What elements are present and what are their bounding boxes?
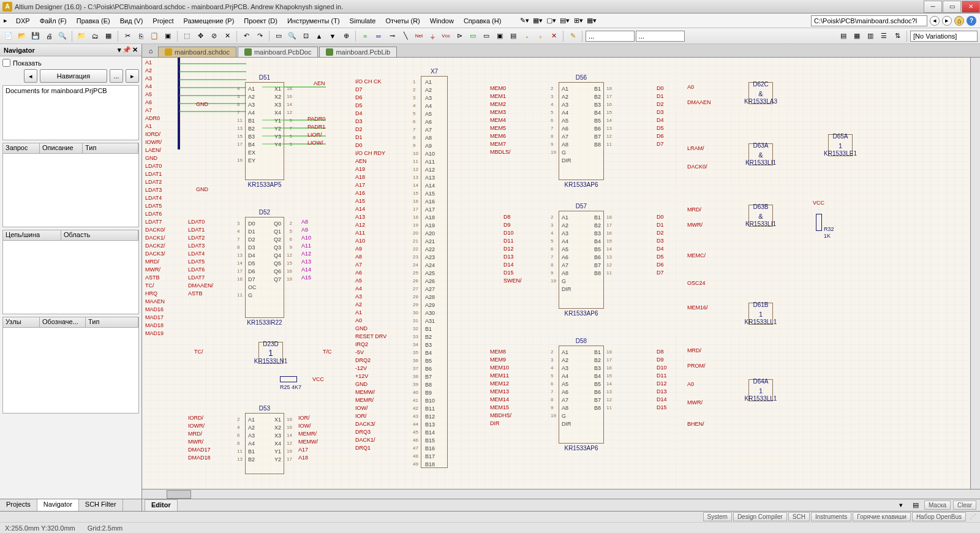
filter-combo-1[interactable]: ... bbox=[586, 31, 635, 42]
close-button[interactable]: ✕ bbox=[962, 1, 980, 13]
place-netlabel-icon[interactable]: Net bbox=[413, 30, 425, 42]
sort-icon[interactable]: ⇅ bbox=[891, 30, 903, 42]
clear-select-icon[interactable]: ✕ bbox=[221, 30, 233, 42]
preview-icon[interactable]: 🔍 bbox=[56, 30, 69, 42]
tab-home-icon[interactable]: ⌂ bbox=[145, 45, 157, 57]
menu-dxp[interactable]: DXP bbox=[11, 16, 35, 26]
mask-levels-icon[interactable]: ▤ bbox=[910, 499, 922, 512]
component-d62c[interactable]: & D62C KR1533LA3 bbox=[748, 82, 773, 104]
component-d57[interactable]: D57 KR1533AP6 A12B118A23B217A34B316A45B4… bbox=[559, 211, 604, 309]
move-icon[interactable]: ✥ bbox=[194, 30, 206, 42]
help-icon[interactable]: ? bbox=[967, 16, 976, 26]
redo-icon[interactable]: ↷ bbox=[254, 30, 266, 42]
zoom-fit-icon[interactable]: ▭ bbox=[273, 30, 285, 42]
undo-icon[interactable]: ↶ bbox=[240, 30, 252, 42]
browse-icon[interactable]: 🗂 bbox=[89, 30, 101, 42]
hierarchy-down-icon[interactable]: ▼ bbox=[326, 30, 339, 42]
deselect-icon[interactable]: ⊘ bbox=[208, 30, 220, 42]
menu-project[interactable]: Project bbox=[148, 16, 178, 26]
hdr-desig[interactable]: Обозначе... bbox=[40, 317, 86, 327]
menu-window[interactable]: Window bbox=[425, 16, 459, 26]
place-bus-icon[interactable]: ═ bbox=[372, 30, 385, 42]
hdr-net[interactable]: Цепь/шина bbox=[3, 230, 61, 240]
hdr-ntype[interactable]: Тип bbox=[86, 317, 138, 327]
status-openbus[interactable]: Набор OpenBus bbox=[912, 512, 966, 521]
tab-schfilter[interactable]: SCH Filter bbox=[79, 499, 123, 511]
zoom-area-icon[interactable]: 🔍 bbox=[286, 30, 298, 42]
navigation-button[interactable]: Навигация bbox=[40, 69, 107, 83]
cross-probe-icon[interactable]: ⊕ bbox=[340, 30, 352, 42]
component-d65a[interactable]: 1 D65A KR1533LE1 bbox=[828, 134, 853, 156]
save-icon[interactable]: 💾 bbox=[29, 30, 42, 42]
component-d53[interactable]: D53 A12X118A24X216A36X314A48X412B111Y119… bbox=[245, 413, 284, 474]
paste-icon[interactable]: 📋 bbox=[148, 30, 160, 42]
status-instruments[interactable]: Instruments bbox=[811, 512, 851, 521]
status-sch[interactable]: SCH bbox=[788, 512, 810, 521]
schematic-canvas[interactable]: A1A2A3A4A5A6A7ADR0A1IORD/IOWR/LAEN/GNDLD… bbox=[142, 58, 970, 489]
copy-icon[interactable]: ⎘ bbox=[135, 30, 147, 42]
scroll-thumb[interactable] bbox=[167, 490, 191, 499]
place-sheet-icon[interactable]: ▭ bbox=[467, 30, 479, 42]
menu-reports[interactable]: Отчеты (R) bbox=[380, 16, 424, 26]
mask-config-icon[interactable]: ▾ bbox=[895, 499, 907, 512]
component-d63b[interactable]: & D63B KR1533LI1 bbox=[748, 205, 773, 227]
address-input[interactable] bbox=[811, 15, 927, 26]
nav-back-icon[interactable]: ◂ bbox=[930, 16, 940, 26]
nav-tool-icon[interactable]: ⊞▾ bbox=[572, 15, 584, 27]
hierarchy-up-icon[interactable]: ▲ bbox=[313, 30, 325, 42]
nets-grid[interactable] bbox=[2, 241, 139, 314]
menu-file[interactable]: Файл (F) bbox=[35, 16, 72, 26]
maximize-button[interactable]: ▭ bbox=[943, 1, 961, 13]
place-offsheet-icon[interactable]: ⬨ bbox=[534, 30, 546, 42]
menu-tools[interactable]: Инструменты (T) bbox=[282, 16, 345, 26]
menu-place[interactable]: Размещение (P) bbox=[179, 16, 239, 26]
place-vcc-icon[interactable]: Vcc bbox=[440, 30, 452, 42]
place-signal-icon[interactable]: ⊸ bbox=[386, 30, 398, 42]
menu-edit[interactable]: Правка (E) bbox=[72, 16, 115, 26]
doc-tab-schdoc[interactable]: mainboard.schdoc bbox=[158, 47, 236, 57]
place-part-icon[interactable]: ⊳ bbox=[453, 30, 466, 42]
menu-view[interactable]: Вид (V) bbox=[115, 16, 148, 26]
component-d23d[interactable]: 1 D23D KR1533LN1 bbox=[258, 342, 283, 364]
tab-projects[interactable]: Projects bbox=[0, 499, 37, 511]
component-d58[interactable]: D58 KR1533AP6 A12B118A23B217A34B316A45B4… bbox=[559, 346, 604, 444]
status-design-compiler[interactable]: Design Compiler bbox=[733, 512, 787, 521]
component-d51[interactable]: D51 KR1533AP5 A14X118A23X216A38X314A47X4… bbox=[245, 82, 284, 180]
status-system[interactable]: System bbox=[703, 512, 732, 521]
status-hotkeys[interactable]: Горячие клавиши bbox=[853, 512, 911, 521]
component-d63a[interactable]: & D63A KR1533LI1 bbox=[748, 143, 773, 165]
panel-close-icon[interactable]: ✕ bbox=[132, 46, 138, 54]
panel-pin-icon[interactable]: 📌 bbox=[123, 46, 131, 54]
place-power-icon[interactable]: ⏚ bbox=[426, 30, 439, 42]
editor-tab[interactable]: Editor bbox=[145, 499, 178, 511]
stamp-icon[interactable]: ▣ bbox=[162, 30, 174, 42]
nav-home-icon[interactable]: ⌂ bbox=[954, 16, 964, 26]
map-icon[interactable]: ▥ bbox=[864, 30, 876, 42]
query-grid[interactable] bbox=[2, 154, 139, 227]
grid-tool-icon[interactable]: ▦▾ bbox=[586, 15, 598, 27]
hdr-query[interactable]: Запрос bbox=[3, 143, 40, 153]
place-harness-icon[interactable]: ▤ bbox=[507, 30, 519, 42]
zoom-select-icon[interactable]: ⊡ bbox=[300, 30, 312, 42]
select-inside-icon[interactable]: ⬚ bbox=[181, 30, 193, 42]
place-sheetentry-icon[interactable]: ▭ bbox=[480, 30, 492, 42]
place-wire-icon[interactable]: ≈ bbox=[359, 30, 371, 42]
component-d64a[interactable]: 1 D64A KR1533LL1 bbox=[748, 379, 773, 401]
component-x7[interactable]: X7 A11A22A33A44A55A66A77A88A99A1010A1111… bbox=[421, 76, 448, 468]
place-device-icon[interactable]: ▣ bbox=[494, 30, 506, 42]
open-file-icon[interactable]: 📂 bbox=[16, 30, 28, 42]
nav-next-icon[interactable]: ▸ bbox=[126, 69, 139, 83]
component-d56[interactable]: D56 KR1533AP6 A12B118A23B217A34B316A45B4… bbox=[559, 82, 604, 180]
component-d61b[interactable]: 1 D61B KR1533LL1 bbox=[748, 303, 773, 325]
open-project-icon[interactable]: 📁 bbox=[75, 30, 88, 42]
hdr-desc[interactable]: Описание bbox=[40, 143, 83, 153]
panel-dropdown-icon[interactable]: ▾ bbox=[118, 46, 121, 54]
hdr-scope[interactable]: Область bbox=[61, 230, 138, 240]
select-tool-icon[interactable]: ▢▾ bbox=[545, 15, 557, 27]
nav-more-icon[interactable]: ... bbox=[110, 69, 123, 83]
brush-icon[interactable]: ✎ bbox=[567, 30, 579, 42]
minimize-button[interactable]: ─ bbox=[924, 1, 942, 13]
component-r25[interactable] bbox=[280, 376, 297, 382]
hdr-type[interactable]: Тип bbox=[83, 143, 138, 153]
component-d52[interactable]: D52 KR1533IR22 D03Q02D14Q15D27Q26D38Q39D… bbox=[245, 217, 284, 318]
